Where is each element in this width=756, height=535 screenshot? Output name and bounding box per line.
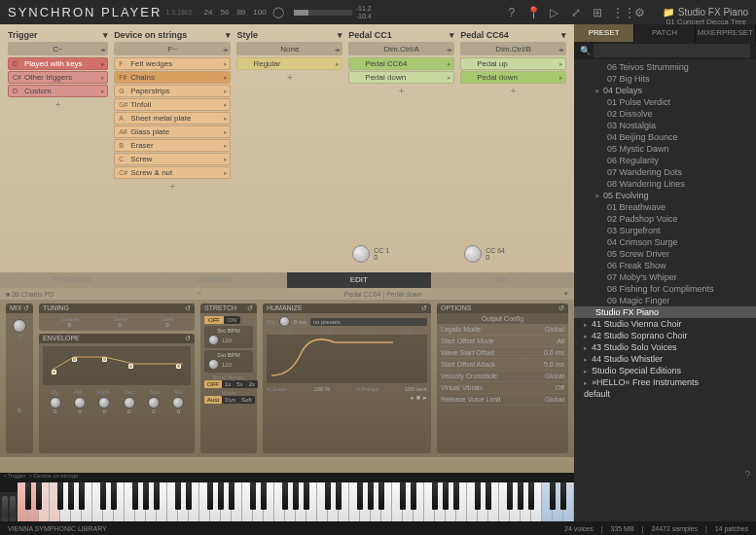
option-row[interactable]: Start Offset Attack5.0 ms [437,359,568,371]
reset-icon[interactable]: ↺ [23,304,29,312]
gear-icon[interactable]: ⚙ [633,6,647,19]
articulation-slot[interactable]: Pedal up▸ [460,57,566,70]
tab-mix[interactable]: MIX [431,272,575,288]
src-bpm-knob[interactable] [208,335,219,345]
articulation-slot[interactable]: F#Chains▸ [114,71,231,84]
tree-item[interactable]: 05 Screw Driver [574,248,756,260]
tree-item[interactable]: 06 Regularity [574,155,756,166]
env-knob[interactable] [124,397,135,409]
articulation-slot[interactable]: CScrew▸ [114,153,231,165]
piano-black-key[interactable] [486,482,491,510]
articulation-slot[interactable]: BEraser▸ [114,139,231,152]
tree-item[interactable]: 02 Padshop Voice [574,213,756,225]
piano-black-key[interactable] [357,482,363,510]
tree-item[interactable]: 03 Nostalgia [574,120,756,131]
tree-item[interactable]: 04 Crimson Surge [574,236,756,248]
piano-black-key[interactable] [79,482,85,510]
piano-black-key[interactable] [304,482,309,510]
tree-item[interactable]: 03 Surgefront [574,225,756,236]
piano-black-key[interactable] [36,482,42,510]
tree-item[interactable]: ▸44 Studio Whistler [574,353,756,365]
piano-black-key[interactable] [507,482,513,510]
search-input[interactable] [594,44,750,57]
piano-black-key[interactable] [261,482,267,510]
tree-item[interactable]: 06 Teivos Strumming [574,61,756,73]
reset-icon[interactable]: ↺ [247,304,253,312]
piano-black-key[interactable] [282,482,288,510]
output-config-button[interactable]: Output Config [437,313,568,324]
column-menu-icon[interactable]: ▾ [338,30,342,40]
piano-black-key[interactable] [475,482,481,510]
piano-black-key[interactable] [368,482,374,510]
articulation-slot[interactable]: DCustom▸ [8,85,108,97]
tab-preset[interactable]: PRESET [574,24,634,42]
piano-black-key[interactable] [411,482,416,510]
reset-icon[interactable]: ↺ [185,335,191,342]
tab-patch[interactable]: PATCH [634,24,695,42]
add-slot-button[interactable]: + [236,72,342,83]
add-slot-button[interactable]: + [114,181,231,192]
play-icon[interactable]: ▷ [548,6,561,19]
humanize-dly-knob[interactable] [279,316,290,327]
piano-black-key[interactable] [186,482,192,510]
env-knob[interactable] [50,397,61,409]
env-knob[interactable] [148,397,160,409]
tree-item[interactable]: ▾05 Evolving [574,190,756,201]
humanize-stop-icon[interactable]: ■ [416,394,420,402]
piano-black-key[interactable] [57,482,63,510]
mix-knob[interactable] [13,319,26,333]
reset-icon[interactable]: ↺ [185,304,191,312]
tree-item[interactable]: ▾04 Delays [574,85,756,96]
tree-item[interactable]: ▸Studio Special Editions [574,365,756,376]
piano-black-key[interactable] [518,482,523,510]
tab-perform[interactable]: PERFORM [0,272,144,288]
piano-black-key[interactable] [550,482,556,510]
piano-black-key[interactable] [443,482,449,510]
articulation-slot[interactable]: C#Other triggers▸ [8,71,108,84]
cc64-knob[interactable] [464,245,482,263]
humanize-graph[interactable] [267,335,427,383]
option-row[interactable]: Wave Start Offset0.0 ms [437,347,568,359]
piano-black-key[interactable] [68,482,74,510]
reset-icon[interactable]: ↺ [421,304,427,312]
piano-black-key[interactable] [154,482,160,510]
articulation-slot[interactable]: Pedal CC64▸ [348,57,454,70]
tab-edit[interactable]: EDIT [287,272,431,288]
piano-black-key[interactable] [100,482,106,510]
column-sub[interactable]: C~◂▸ [8,42,108,55]
preset-folder[interactable]: 📁 Studio FX Piano [663,7,748,18]
stretch-toggle[interactable]: OFFON [204,316,240,324]
column-menu-icon[interactable]: ▾ [561,30,566,40]
piano-black-key[interactable] [560,482,566,510]
humanize-preset-dropdown[interactable]: no presets [310,318,427,326]
tree-item[interactable]: 01 Breathwave [574,201,756,213]
help-icon[interactable]: ? [744,470,750,481]
tab-control[interactable]: CONTROL [144,272,288,288]
piano-black-key[interactable] [432,482,438,510]
resize-icon[interactable]: ⤢ [569,6,583,19]
column-sub[interactable]: Dim.Ctrl/A◂▸ [348,42,454,55]
add-slot-button[interactable]: + [8,99,108,110]
location-icon[interactable]: 📍 [526,6,540,19]
tree-item[interactable]: ▸43 Studio Solo Voices [574,341,756,353]
tab-mixerpreset[interactable]: MIXERPRESET [696,24,756,42]
env-knob[interactable] [74,397,86,409]
tree-item[interactable]: 07 Moby's Whiper [574,271,756,283]
piano-black-key[interactable] [528,482,534,510]
articulation-slot[interactable]: Pedal down▸ [348,71,454,84]
option-row[interactable]: Start Offset ModeAll [437,336,568,347]
tree-item[interactable]: 07 Wandering Dots [574,166,756,178]
option-row[interactable]: Legato ModeGlobal [437,324,568,336]
add-slot-button[interactable]: + [460,86,566,96]
piano-black-key[interactable] [132,482,138,510]
articulation-slot[interactable]: GPaperstrips▸ [114,85,231,97]
reset-icon[interactable]: ↺ [558,304,564,312]
link-icon[interactable]: ⚭ [197,290,202,298]
articulation-slot[interactable]: C#Screw & nut▸ [114,166,231,179]
piano-black-key[interactable] [218,482,224,510]
column-sub[interactable]: F~◂▸ [114,42,231,55]
breadcrumb-menu-icon[interactable]: ▾ [564,290,568,298]
piano-black-key[interactable] [453,482,459,510]
piano-black-key[interactable] [143,482,149,510]
piano-black-key[interactable] [325,482,331,510]
